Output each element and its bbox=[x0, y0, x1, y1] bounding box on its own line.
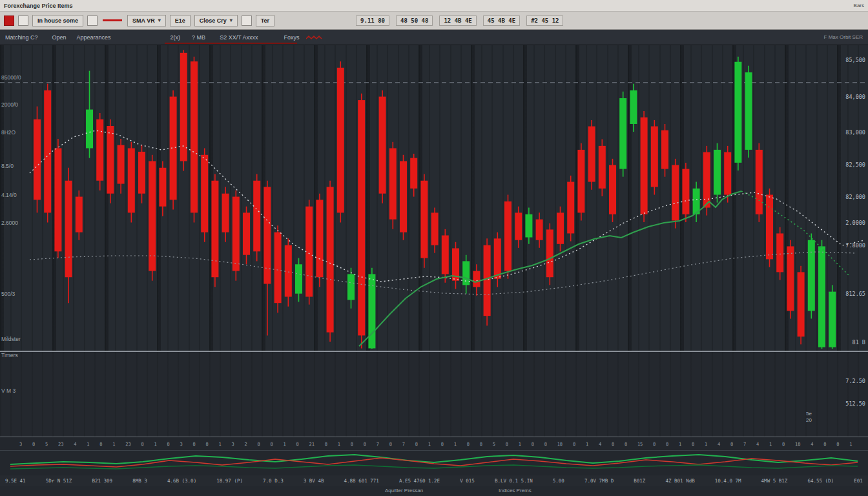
status-item-19: E01 bbox=[854, 478, 863, 484]
status-item-5: 18.97 (P) bbox=[216, 478, 243, 484]
left-axis-label: 85000/0 bbox=[1, 74, 21, 81]
menu-item-open[interactable]: Open bbox=[52, 34, 67, 41]
price-axis-label: 82,000 bbox=[845, 194, 865, 200]
menu-item--mb[interactable]: ? MB bbox=[192, 34, 205, 41]
menu-item-matching-c-[interactable]: Matching C? bbox=[5, 34, 38, 41]
time-tick: 7 bbox=[402, 442, 405, 447]
menu-item-foxys[interactable]: Foxys bbox=[284, 34, 299, 41]
time-tick: 8 bbox=[415, 442, 418, 447]
menu-items: Matching C?OpenAppearances2(x)? MBS2 XX/… bbox=[5, 34, 300, 41]
sma-dropdown[interactable]: SMA VR ▾ bbox=[127, 15, 166, 26]
toolbar-readout-4: #2 45 12 bbox=[526, 16, 563, 26]
chevron-down-icon: ▾ bbox=[158, 17, 161, 23]
annotation-line2: 20 bbox=[806, 417, 812, 424]
time-tick: 1 bbox=[705, 442, 707, 447]
time-tick: 1 bbox=[519, 442, 521, 447]
layout-icon[interactable] bbox=[242, 16, 252, 26]
red-squiggle-icon bbox=[306, 35, 323, 40]
time-tick: 1 bbox=[769, 442, 772, 447]
time-tick: 1 bbox=[679, 442, 681, 447]
time-tick: 15 bbox=[637, 442, 643, 447]
time-tick: 5 bbox=[45, 442, 48, 447]
statusbar: 9.5E 415Dr N 51ZB21 3098MB 34.6B (3.0)18… bbox=[0, 475, 868, 486]
time-tick: 8 bbox=[666, 442, 668, 447]
titlebar-right-text: Bars bbox=[854, 3, 864, 8]
left-axis-label: 8H2O bbox=[1, 129, 16, 136]
price-axis-label: 84,000 bbox=[845, 94, 865, 100]
new-chart-icon[interactable] bbox=[18, 16, 28, 26]
time-tick: 8 bbox=[351, 442, 353, 447]
time-tick: 8 bbox=[544, 442, 547, 447]
time-tick: 8 bbox=[192, 442, 195, 447]
toolbar-readout-2: 12 4B 4E bbox=[439, 16, 476, 26]
time-tick: 1 bbox=[112, 442, 115, 447]
menu-item-appearances[interactable]: Appearances bbox=[77, 34, 111, 41]
status-item-9: A.E5 4760 1.2E bbox=[399, 478, 440, 484]
time-tick: 1 bbox=[338, 442, 340, 447]
menu-item-s2-xx-t-axxxx[interactable]: S2 XX/T Axxxx bbox=[220, 34, 258, 41]
sma-dropdown-label: SMA VR bbox=[132, 17, 155, 24]
time-tick: 8 bbox=[573, 442, 575, 447]
time-tick: 23 bbox=[58, 442, 63, 447]
time-tick: 8 bbox=[441, 442, 444, 447]
status-item-10: V 015 bbox=[460, 478, 475, 484]
price-axis-label: 7.2.50 bbox=[845, 378, 865, 384]
time-tick: 8 bbox=[653, 442, 656, 447]
time-tick: 3 bbox=[180, 442, 182, 447]
price-axis-label: 85,500 bbox=[845, 57, 865, 63]
time-tick: 8 bbox=[257, 442, 260, 447]
time-tick: 23 bbox=[125, 442, 130, 447]
footer: Aquitter Pressan Indices Prems bbox=[0, 486, 868, 496]
price-axis-label: 81 B bbox=[852, 339, 865, 346]
left-axis-label: 500/3 bbox=[1, 291, 15, 297]
close-cry-dropdown[interactable]: Close Cry ▾ bbox=[194, 15, 238, 26]
status-item-18: 64.55 (D) bbox=[807, 478, 834, 484]
time-tick: 4 bbox=[756, 442, 759, 447]
trading-terminal: Forexchange Price Items Bars In house so… bbox=[0, 0, 868, 496]
lower-panel[interactable] bbox=[0, 352, 868, 437]
time-tick: 8 bbox=[205, 442, 208, 447]
indicator-panel[interactable] bbox=[0, 451, 868, 474]
status-item-1: 5Dr N 51Z bbox=[46, 478, 72, 484]
left-axis-label: 2000/0 bbox=[1, 101, 18, 108]
time-tick: 8 bbox=[692, 442, 694, 447]
time-tick: 8 bbox=[532, 442, 534, 447]
price-axis-label: 512.50 bbox=[845, 400, 865, 407]
footer-label-left: Aquitter Pressan bbox=[385, 488, 423, 493]
toolbar-readout-3: 45 4B 4E bbox=[483, 16, 520, 26]
instrument-button[interactable]: In house some bbox=[32, 15, 83, 26]
ele-button[interactable]: E1e bbox=[170, 15, 191, 26]
time-tick: 8 bbox=[296, 442, 298, 447]
app-icon bbox=[4, 16, 14, 26]
menubar: Matching C?OpenAppearances2(x)? MBS2 XX/… bbox=[0, 30, 868, 45]
time-tick: 1 bbox=[454, 442, 457, 447]
grid-icon[interactable] bbox=[87, 16, 98, 26]
chart-area[interactable] bbox=[0, 45, 868, 351]
time-axis: 3852341812381838813288182181887878181885… bbox=[19, 440, 852, 449]
time-tick: 8 bbox=[364, 442, 366, 447]
toolbar-readout-1: 48 50 48 bbox=[396, 16, 433, 26]
ter-button[interactable]: Ter bbox=[256, 15, 274, 26]
status-item-8: 4.88 601 771 bbox=[344, 478, 379, 484]
left-axis-label: 2.6000 bbox=[1, 220, 18, 226]
time-tick: 8 bbox=[730, 442, 733, 447]
time-tick: 1 bbox=[428, 442, 431, 447]
status-item-3: 8MB 3 bbox=[132, 478, 147, 484]
price-axis-label: 812.65 bbox=[845, 291, 865, 297]
toolbar: In house some SMA VR ▾ E1e Close Cry ▾ T… bbox=[0, 12, 868, 30]
menu-item-2-x-[interactable]: 2(x) bbox=[170, 34, 181, 41]
time-tick: 1 bbox=[586, 442, 588, 447]
time-tick: 8 bbox=[167, 442, 169, 447]
status-item-7: 3 BV 4B bbox=[304, 478, 324, 484]
left-axis-label: Timers bbox=[1, 352, 18, 358]
red-dash-decoration bbox=[103, 19, 122, 21]
status-item-14: B01Z bbox=[634, 478, 645, 484]
time-tick: 8 bbox=[782, 442, 785, 447]
chevron-down-icon: ▾ bbox=[230, 17, 232, 23]
price-axis-label: 83,000 bbox=[845, 129, 865, 136]
annotation-line1: 5e bbox=[806, 411, 812, 417]
time-tick: 1 bbox=[849, 442, 852, 447]
titlebar: Forexchange Price Items Bars bbox=[0, 0, 868, 12]
status-item-13: 7.0V 7MB D bbox=[584, 478, 614, 484]
status-item-2: B21 309 bbox=[92, 478, 113, 484]
